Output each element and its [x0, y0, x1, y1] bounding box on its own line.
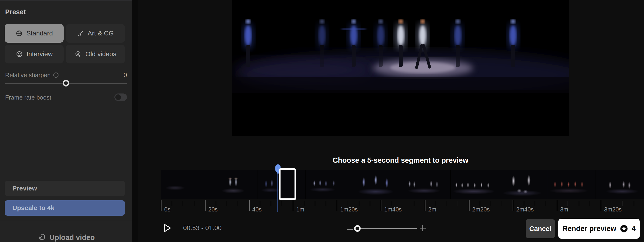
zoom-slider-track[interactable]: [355, 228, 417, 229]
ruler-tick-label: 1m40s: [384, 206, 402, 213]
filmstrip-thumbnail[interactable]: [306, 170, 354, 199]
ruler-major-tick: [161, 200, 162, 211]
ruler-minor-tick: [447, 201, 447, 206]
segment-instruction: Choose a 5-second segment to preview: [232, 156, 569, 165]
preset-label: Old videos: [86, 50, 116, 58]
ruler-tick-label: 3m20s: [604, 206, 622, 213]
ruler-minor-tick: [326, 201, 326, 206]
filmstrip-thumbnail[interactable]: [161, 170, 209, 199]
upload-video-button[interactable]: Upload video: [0, 232, 132, 242]
preview-button[interactable]: Preview: [5, 181, 125, 196]
preset-button-old-videos[interactable]: Old videos: [66, 45, 125, 63]
info-icon[interactable]: [53, 72, 59, 79]
preset-button-interview[interactable]: Interview: [5, 45, 64, 63]
ruler-minor-tick: [227, 201, 227, 206]
ruler-minor-tick: [436, 201, 436, 206]
ruler-minor-tick: [282, 201, 282, 206]
ruler-major-tick: [425, 200, 426, 211]
ruler-minor-tick: [348, 201, 348, 206]
ruler-minor-tick: [271, 201, 271, 206]
ruler-major-tick: [337, 200, 338, 211]
ruler-minor-tick: [634, 201, 634, 206]
relative-sharpen-value: 0: [124, 72, 127, 79]
ruler-minor-tick: [172, 201, 172, 206]
preset-grid: StandardArt & CGInterviewOld videos: [5, 24, 125, 63]
relative-sharpen-row: Relative sharpen 0: [5, 72, 127, 80]
ruler-minor-tick: [535, 201, 535, 206]
zoom-out-button[interactable]: [347, 229, 353, 230]
ruler-major-tick: [205, 200, 206, 211]
slider-thumb[interactable]: [63, 80, 69, 87]
filmstrip-thumbnail[interactable]: [209, 170, 257, 199]
globe-icon: [16, 30, 23, 37]
ruler-minor-tick: [183, 201, 183, 206]
ruler-major-tick: [512, 200, 513, 211]
selected-time-range: 00:53 - 01:00: [183, 224, 222, 232]
ruler-major-tick: [601, 200, 601, 211]
ruler-minor-tick: [524, 201, 524, 206]
preset-label: Interview: [26, 50, 53, 58]
upload-label: Upload video: [50, 233, 95, 242]
ruler-tick-label: 20s: [208, 206, 218, 213]
ruler-tick-label: 40s: [252, 206, 262, 213]
ruler-tick-label: 1m20s: [340, 206, 358, 213]
relative-sharpen-slider[interactable]: [5, 80, 127, 87]
preset-button-standard[interactable]: Standard: [5, 24, 64, 43]
preset-button-art-cg[interactable]: Art & CG: [66, 24, 125, 43]
sidebar-gap: [132, 0, 138, 242]
ruler-minor-tick: [590, 201, 590, 206]
timeline-filmstrip[interactable]: [161, 170, 644, 199]
ruler-major-tick: [469, 200, 470, 211]
cancel-button[interactable]: Cancel: [526, 219, 555, 238]
upload-icon: [37, 232, 46, 242]
ruler-minor-tick: [502, 201, 502, 206]
ruler-minor-tick: [216, 201, 216, 206]
segment-selection-box[interactable]: [279, 168, 296, 200]
ruler-major-tick: [381, 200, 382, 211]
ruler-minor-tick: [579, 201, 579, 206]
ruler-minor-tick: [194, 201, 194, 206]
ruler-minor-tick: [359, 201, 359, 206]
relative-sharpen-label: Relative sharpen: [5, 72, 50, 79]
ruler-major-tick: [557, 200, 557, 211]
ruler-tick-label: 2m20s: [472, 206, 490, 213]
zoom-slider-thumb[interactable]: [354, 225, 361, 232]
ruler-minor-tick: [612, 201, 612, 206]
credits-count: 4: [632, 224, 636, 233]
filmstrip-thumbnail[interactable]: [450, 170, 499, 199]
ruler-tick-label: 2m40s: [516, 206, 534, 213]
video-preview: [232, 0, 569, 136]
ruler-minor-tick: [304, 201, 304, 206]
preset-label: Standard: [26, 30, 53, 37]
ruler-minor-tick: [546, 201, 546, 206]
filmstrip-thumbnail[interactable]: [499, 170, 547, 199]
ruler-minor-tick: [238, 201, 238, 206]
play-button[interactable]: [163, 223, 172, 234]
toggle-knob: [115, 94, 121, 100]
smiley-icon: [16, 50, 23, 58]
ruler-tick-label: 2m: [428, 206, 436, 213]
ruler-minor-tick: [480, 201, 480, 206]
render-label: Render preview: [562, 224, 616, 233]
ruler-minor-tick: [402, 201, 403, 206]
ruler-tick-label: 0s: [164, 206, 170, 213]
ruler-minor-tick: [260, 201, 260, 206]
film-grain-icon: [74, 50, 82, 58]
ruler-minor-tick: [392, 201, 392, 206]
upscale-to-4k-button[interactable]: Upscale to 4k: [5, 200, 125, 216]
sidebar-divider: [0, 220, 132, 220]
filmstrip-thumbnail[interactable]: [596, 170, 644, 199]
ruler-minor-tick: [568, 201, 568, 206]
stage-scene: [232, 0, 569, 136]
ruler-minor-tick: [414, 201, 414, 206]
ruler-minor-tick: [491, 201, 491, 206]
frame-rate-boost-toggle[interactable]: [114, 94, 127, 101]
ruler-minor-tick: [458, 201, 458, 206]
filmstrip-thumbnail[interactable]: [354, 170, 402, 199]
preset-heading: Preset: [5, 8, 26, 16]
preset-label: Art & CG: [88, 30, 114, 37]
render-preview-button[interactable]: Render preview 4: [558, 219, 640, 239]
filmstrip-thumbnail[interactable]: [402, 170, 450, 199]
filmstrip-thumbnail[interactable]: [547, 170, 596, 199]
zoom-in-button[interactable]: [419, 224, 426, 233]
